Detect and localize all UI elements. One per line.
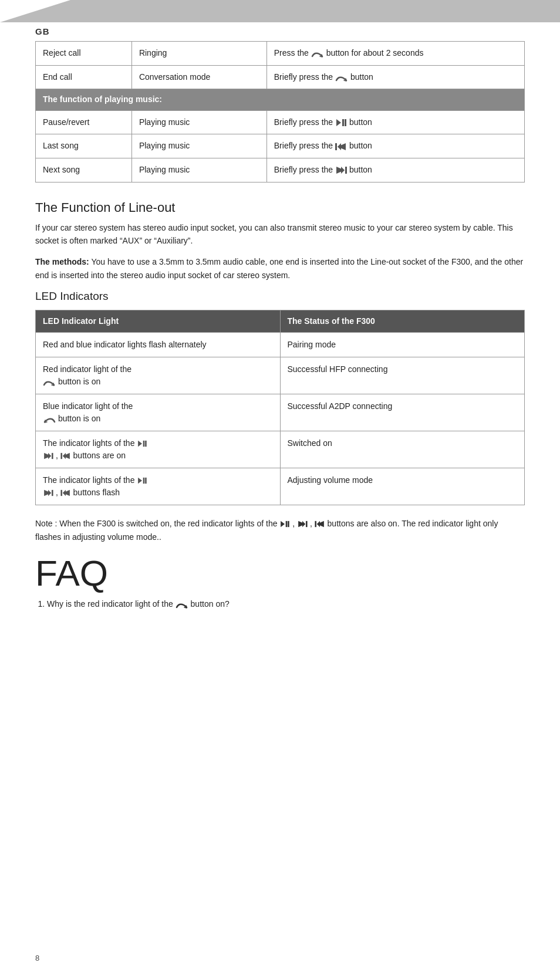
cell-status: Playing music xyxy=(131,110,266,134)
cell-action: Briefly press the button xyxy=(266,158,524,182)
led-col1-header: LED Indicator Light xyxy=(36,310,281,333)
led-status: Adjusting volume mode xyxy=(280,468,525,505)
next-icon xyxy=(335,166,347,174)
table-row: End call Conversation mode Briefly press… xyxy=(36,65,525,89)
cell-status: Ringing xyxy=(131,42,266,66)
phone-icon xyxy=(335,73,348,82)
desc-text: Blue indicator light of the xyxy=(43,401,133,411)
note-text-part1: : When the F300 is switched on, the red … xyxy=(55,519,277,528)
desc-text: Red indicator light of the xyxy=(43,364,131,374)
svg-marker-8 xyxy=(341,167,345,174)
lineout-body2: The methods: You have to use a 3.5mm to … xyxy=(35,255,525,282)
svg-marker-0 xyxy=(336,119,341,126)
svg-rect-33 xyxy=(315,521,316,527)
phone-icon-faq xyxy=(176,600,188,609)
svg-rect-11 xyxy=(145,441,147,447)
led-table-row: The indicator lights of the , xyxy=(36,468,525,505)
svg-rect-28 xyxy=(286,521,288,527)
cell-action: Press the button for about 2 seconds xyxy=(266,42,524,66)
svg-marker-26 xyxy=(63,490,66,496)
prev-icon-sm xyxy=(60,452,71,459)
cell-function: Reject call xyxy=(36,42,132,66)
action-text-suffix: button xyxy=(349,141,372,150)
desc-text-suffix: button is on xyxy=(58,377,100,386)
play-pause-icon-sm xyxy=(137,440,147,447)
led-status: Switched on xyxy=(280,431,525,468)
svg-rect-20 xyxy=(145,478,147,484)
svg-rect-24 xyxy=(60,490,62,496)
svg-marker-14 xyxy=(48,453,51,459)
svg-marker-17 xyxy=(63,453,66,459)
led-table-header: LED Indicator Light The Status of the F3… xyxy=(36,310,525,333)
page-number: 8 xyxy=(35,954,39,962)
action-text-suffix: button xyxy=(349,165,372,174)
faq-why-is: Why is xyxy=(47,599,72,609)
prev-icon-sm2 xyxy=(60,489,71,496)
action-text: Briefly press the xyxy=(274,72,335,82)
svg-rect-12 xyxy=(52,453,53,459)
led-indicator-desc: Red indicator light of the button is on xyxy=(36,357,281,394)
cell-status: Conversation mode xyxy=(131,65,266,89)
note-label: Note xyxy=(35,519,53,528)
svg-rect-10 xyxy=(143,441,145,447)
phone-icon xyxy=(311,49,324,58)
table-row: Next song Playing music Briefly press th… xyxy=(36,158,525,182)
svg-marker-35 xyxy=(317,521,320,527)
svg-rect-6 xyxy=(345,167,347,174)
svg-rect-29 xyxy=(288,521,289,527)
action-text-suffix: button xyxy=(349,117,372,127)
cell-status: Playing music xyxy=(131,158,266,182)
svg-rect-19 xyxy=(143,478,145,484)
faq-text-pre: the xyxy=(74,599,87,609)
led-status: Successful HFP connecting xyxy=(280,357,525,394)
desc-text-suffix: button is on xyxy=(58,414,100,423)
faq-text-mid: the xyxy=(161,599,175,609)
svg-marker-27 xyxy=(281,521,285,527)
action-text: Press the xyxy=(274,48,311,58)
desc-text-suffix: buttons flash xyxy=(73,488,120,497)
led-table-row: The indicator lights of the , xyxy=(36,431,525,468)
svg-rect-3 xyxy=(335,143,337,150)
svg-marker-9 xyxy=(138,441,142,447)
svg-rect-2 xyxy=(345,119,346,126)
language-label: GB xyxy=(35,26,50,36)
led-status: Pairing mode xyxy=(280,333,525,357)
action-text: Briefly press the xyxy=(274,117,335,127)
led-col2-header: The Status of the F300 xyxy=(280,310,525,333)
led-note: Note : When the F300 is switched on, the… xyxy=(35,517,525,543)
cell-action: Briefly press the button xyxy=(266,65,524,89)
led-indicator-desc: The indicator lights of the , xyxy=(36,431,281,468)
section-header-cell: The function of playing music: xyxy=(36,89,525,111)
function-table: Reject call Ringing Press the button for… xyxy=(35,41,525,183)
cell-function: Last song xyxy=(36,134,132,158)
table-row: Pause/revert Playing music Briefly press… xyxy=(36,110,525,134)
led-table-row: Red indicator light of the button is on … xyxy=(36,357,525,394)
action-text-suffix: button for about 2 seconds xyxy=(326,48,424,58)
svg-marker-5 xyxy=(338,143,341,150)
cell-function: Next song xyxy=(36,158,132,182)
svg-rect-15 xyxy=(60,453,62,459)
table-row: Last song Playing music Briefly press th… xyxy=(36,134,525,158)
led-status: Successful A2DP connecting xyxy=(280,394,525,431)
table-row: Reject call Ringing Press the button for… xyxy=(36,42,525,66)
svg-rect-30 xyxy=(306,521,308,527)
desc-text-prefix: The indicator lights of the xyxy=(43,475,134,485)
svg-marker-32 xyxy=(302,521,305,527)
svg-rect-21 xyxy=(52,490,53,496)
play-pause-icon-sm2 xyxy=(137,477,147,484)
led-indicator-desc: Blue indicator light of the button is on xyxy=(36,394,281,431)
svg-marker-23 xyxy=(48,490,51,496)
led-indicator-desc: Red and blue indicator lights flash alte… xyxy=(36,333,281,357)
desc-text-suffix: buttons are on xyxy=(73,451,126,460)
led-table-row: Red and blue indicator lights flash alte… xyxy=(36,333,525,357)
faq-text-post: button on? xyxy=(191,599,230,609)
led-table: LED Indicator Light The Status of the F3… xyxy=(35,310,525,505)
desc-text-prefix: The indicator lights of the xyxy=(43,438,134,448)
next-icon-sm xyxy=(43,452,53,459)
cell-action: Briefly press the button xyxy=(266,110,524,134)
action-text: Briefly press the xyxy=(274,165,335,174)
cell-function: End call xyxy=(36,65,132,89)
prev-icon xyxy=(335,143,347,151)
led-table-row: Blue indicator light of the button is on… xyxy=(36,394,525,431)
play-pause-icon-note xyxy=(279,521,290,528)
